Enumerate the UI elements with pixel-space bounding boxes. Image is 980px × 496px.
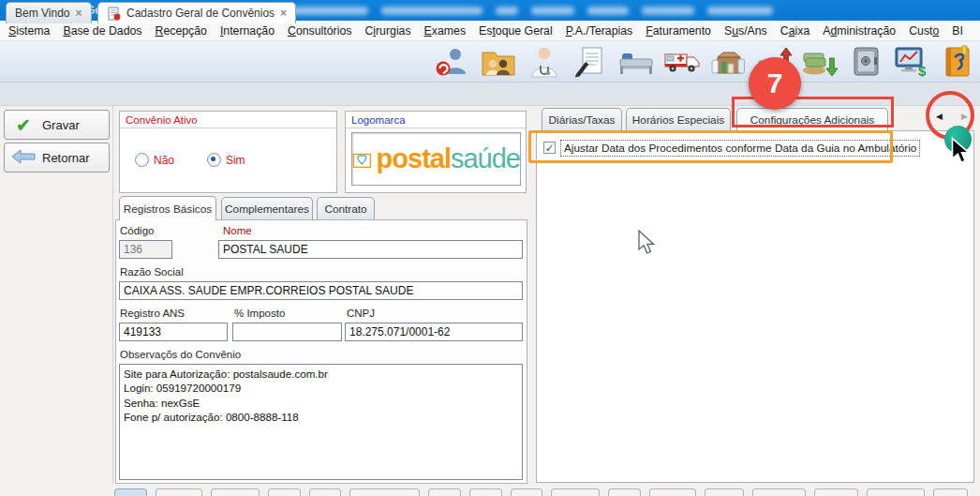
contract-icon[interactable]	[572, 44, 609, 80]
doctor-icon[interactable]	[526, 44, 563, 80]
svg-text:$: $	[918, 63, 927, 79]
menu-item-bi[interactable]: BI	[945, 23, 970, 39]
safe-icon[interactable]	[847, 44, 884, 80]
menu-item-caixa[interactable]: Caixa	[774, 23, 816, 39]
bottom-tab-strip	[114, 488, 968, 496]
menu-item-cirurgias[interactable]: Cirurgias	[358, 23, 417, 39]
bottom-tab[interactable]	[705, 488, 744, 496]
menu-item-exames[interactable]: Exames	[418, 23, 472, 39]
payment-down-icon[interactable]	[801, 44, 839, 80]
tab-diarias-taxas[interactable]: Diárias/Taxas	[542, 108, 622, 131]
back-arrow-icon	[5, 149, 42, 167]
tab-bem-vindo[interactable]: Bem Vindo ×	[6, 2, 92, 23]
hospital-bed-icon[interactable]	[617, 44, 655, 80]
radio-nao-label: Não	[154, 154, 174, 167]
bottom-tab[interactable]	[867, 488, 925, 496]
observacoes-label: Observaçõs do Convênio	[120, 349, 241, 360]
observacoes-field[interactable]: Site para Autorização: postalsaude.com.b…	[119, 364, 523, 480]
registro-ans-field[interactable]	[119, 323, 228, 341]
bottom-tab[interactable]	[428, 488, 461, 496]
check-icon: ✔	[5, 114, 42, 136]
imposto-field[interactable]	[232, 323, 342, 341]
cnpj-label: CNPJ	[347, 308, 375, 319]
bottom-tab[interactable]	[211, 488, 260, 496]
menu-item-estoque-geral[interactable]: Estoque Geral	[472, 23, 559, 39]
registro-ans-label: Registro ANS	[120, 308, 185, 319]
bottom-tab[interactable]	[469, 488, 502, 496]
bottom-tab[interactable]	[349, 488, 420, 496]
ambulance-icon[interactable]	[663, 44, 701, 80]
financial-chart-icon[interactable]: $	[893, 44, 930, 80]
razao-social-field[interactable]	[119, 281, 523, 300]
retornar-button[interactable]: Retornar	[4, 143, 110, 173]
bottom-tab[interactable]	[814, 488, 858, 496]
close-tab-icon[interactable]: ×	[75, 7, 82, 20]
radio-nao[interactable]	[135, 153, 149, 167]
menu-item-administracao[interactable]: Administração	[816, 23, 902, 39]
codigo-field[interactable]	[119, 240, 172, 259]
bottom-tab[interactable]	[551, 488, 600, 496]
bottom-tab[interactable]	[752, 488, 806, 496]
tab-contrato[interactable]: Contrato	[317, 197, 375, 219]
bottom-tab[interactable]	[608, 488, 641, 496]
cnpj-field[interactable]	[345, 323, 523, 341]
gravar-button[interactable]: ✔ Gravar	[4, 110, 110, 140]
tab-horarios-especiais[interactable]: Horários Especiais	[626, 108, 731, 131]
toolbar: $	[0, 41, 980, 83]
menu-item-faturamento[interactable]: Faturamento	[639, 23, 718, 39]
close-tab-icon[interactable]: ×	[280, 7, 287, 20]
brand-postal: postal	[377, 143, 451, 173]
bottom-tab[interactable]	[511, 488, 542, 496]
radio-sim[interactable]	[207, 153, 221, 167]
codigo-label: Código	[120, 225, 154, 236]
convenio-ativo-title: Convênio Ativo	[120, 112, 336, 128]
phone-directory-icon[interactable]	[939, 44, 976, 80]
logomarca-title: Logomarca	[346, 112, 526, 128]
menu-item-sistema[interactable]: Sistema	[2, 23, 56, 39]
patients-folder-icon[interactable]	[480, 44, 517, 80]
supplies-icon[interactable]	[709, 44, 747, 80]
radio-sim-label: Sim	[226, 154, 245, 167]
application-window: ☎ Promedico Gestão Hospitalar Sistema Ba…	[0, 0, 980, 496]
checkbox-highlight-rectangle	[528, 130, 893, 163]
tab-cadastro-geral-convenios[interactable]: Cadastro Geral de Convênios ×	[97, 2, 296, 23]
menu-item-sus-ans[interactable]: Sus/Ans	[718, 23, 774, 39]
menu-item-recepcao[interactable]: Recepção	[149, 23, 214, 39]
nome-label: Nome	[223, 225, 252, 236]
razao-social-label: Razão Social	[120, 266, 184, 278]
envelope-heart-icon	[352, 145, 375, 173]
nome-field[interactable]	[218, 240, 523, 259]
imposto-label: % Imposto	[234, 308, 285, 319]
bottom-tab[interactable]	[268, 488, 301, 496]
configuracoes-adicionais-panel	[536, 130, 974, 483]
convenio-ativo-groupbox: Convênio Ativo Não Sim	[119, 111, 337, 193]
menu-item-base-de-dados[interactable]: Base de Dados	[56, 23, 148, 39]
document-icon	[107, 7, 121, 21]
mouse-cursor	[638, 230, 657, 256]
menu-item-consultorios[interactable]: Consultórios	[281, 23, 358, 39]
bottom-tab[interactable]	[114, 488, 147, 496]
menu-item-pa-terapias[interactable]: P.A./Terapias	[559, 23, 640, 39]
menu-item-internacao[interactable]: Internação	[214, 23, 281, 39]
bottom-tab[interactable]	[309, 488, 341, 496]
patient-sync-icon[interactable]	[434, 44, 471, 80]
brand-saude: saúde	[451, 143, 520, 173]
bottom-tab[interactable]	[649, 488, 696, 496]
menu-item-custo[interactable]: Custo	[902, 23, 945, 39]
bottom-tab[interactable]	[156, 488, 202, 496]
logo-image: postalsaúde	[351, 132, 521, 186]
step-7-badge: 7	[749, 57, 801, 110]
bottom-tab[interactable]	[933, 488, 968, 496]
menu-bar: Sistema Base de Dados Recepção Internaçã…	[0, 21, 980, 41]
tab-registros-basicos[interactable]: Registros Básicos	[119, 196, 216, 220]
tab-complementares[interactable]: Complementares	[221, 197, 313, 219]
pointer-cursor	[951, 137, 972, 165]
